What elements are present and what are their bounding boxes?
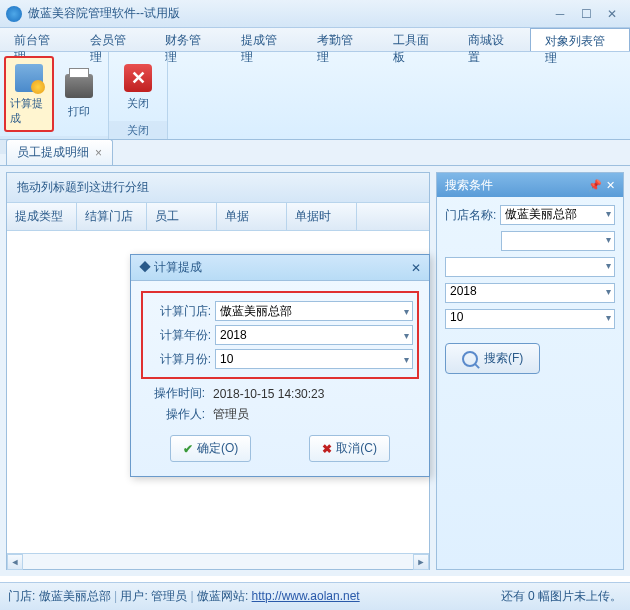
menu-attendance[interactable]: 考勤管理 [303, 28, 379, 51]
window-title: 傲蓝美容院管理软件--试用版 [28, 5, 546, 22]
col-doctime[interactable]: 单据时 [287, 203, 357, 230]
status-store: 傲蓝美丽总部 [39, 589, 111, 603]
panel-close-icon[interactable]: ✕ [606, 179, 615, 192]
menubar: 前台管理 会员管理 财务管理 提成管理 考勤管理 工具面板 商城设置 对象列表管… [0, 28, 630, 52]
menu-finance[interactable]: 财务管理 [151, 28, 227, 51]
search-panel-title: 搜索条件 [445, 177, 493, 194]
statusbar: 门店: 傲蓝美丽总部 | 用户: 管理员 | 傲蓝网站: http://www.… [0, 582, 630, 610]
search-field2-combo[interactable] [501, 231, 615, 251]
search-store-label: 门店名称: [445, 207, 496, 224]
subtab-bar: 员工提成明细 × [0, 140, 630, 166]
dialog-month-label: 计算月份: [147, 351, 211, 368]
dialog-title: 计算提成 [154, 260, 202, 274]
menu-commission[interactable]: 提成管理 [227, 28, 303, 51]
status-site-link[interactable]: http://www.aolan.net [252, 589, 360, 603]
search-store-combo[interactable]: 傲蓝美丽总部 [500, 205, 615, 225]
status-right: 还有 0 幅图片未上传。 [501, 588, 622, 605]
search-field3-combo[interactable] [445, 257, 615, 277]
dialog-close-icon[interactable]: ✕ [411, 261, 421, 275]
menu-member[interactable]: 会员管理 [76, 28, 152, 51]
search-year-combo[interactable]: 2018 [445, 283, 615, 303]
print-button[interactable]: 打印 [54, 56, 104, 132]
dialog-time-label: 操作时间: [141, 385, 205, 402]
dialog-store-combo[interactable]: 傲蓝美丽总部 [215, 301, 413, 321]
menu-frontdesk[interactable]: 前台管理 [0, 28, 76, 51]
dialog-year-label: 计算年份: [147, 327, 211, 344]
printer-icon [63, 70, 95, 102]
maximize-button[interactable]: ☐ [574, 5, 598, 23]
close-button[interactable]: ✕ 关闭 [113, 56, 163, 117]
cancel-icon: ✖ [322, 442, 332, 456]
group-hint[interactable]: 拖动列标题到这进行分组 [7, 173, 429, 203]
search-panel-body: 门店名称: 傲蓝美丽总部 2018 10 搜索(F) [437, 197, 623, 382]
dialog-month-combo[interactable]: 10 [215, 349, 413, 369]
dialog-operator-label: 操作人: [141, 406, 205, 423]
col-doc[interactable]: 单据 [217, 203, 287, 230]
close-window-button[interactable]: ✕ [600, 5, 624, 23]
minimize-button[interactable]: ─ [548, 5, 572, 23]
menu-objects[interactable]: 对象列表管理 [530, 28, 630, 51]
ribbon-group-label-close: 关闭 [109, 121, 167, 139]
col-store[interactable]: 结算门店 [77, 203, 147, 230]
dialog-operator-value: 管理员 [209, 406, 419, 423]
col-type[interactable]: 提成类型 [7, 203, 77, 230]
column-headers: 提成类型 结算门店 员工 单据 单据时 [7, 203, 429, 231]
scroll-track[interactable] [23, 554, 413, 569]
dialog-store-label: 计算门店: [147, 303, 211, 320]
calc-commission-button[interactable]: 计算提成 [4, 56, 54, 132]
check-icon: ✔ [183, 442, 193, 456]
ribbon: 计算提成 打印 记录编辑 ✕ 关闭 关闭 [0, 52, 630, 140]
dialog-body: 计算门店: 傲蓝美丽总部 计算年份: 2018 计算月份: 10 操作时间: 2… [131, 281, 429, 476]
scroll-right-icon[interactable]: ► [413, 554, 429, 570]
status-left: 门店: 傲蓝美丽总部 | 用户: 管理员 | 傲蓝网站: http://www.… [8, 588, 360, 605]
col-employee[interactable]: 员工 [147, 203, 217, 230]
app-logo-icon [6, 6, 22, 22]
tab-close-icon[interactable]: × [95, 146, 102, 160]
horizontal-scrollbar[interactable]: ◄ ► [7, 553, 429, 569]
menu-mall[interactable]: 商城设置 [454, 28, 530, 51]
dialog-year-combo[interactable]: 2018 [215, 325, 413, 345]
tab-commission-detail[interactable]: 员工提成明细 × [6, 139, 113, 165]
search-panel-header: 搜索条件 📌 ✕ [437, 173, 623, 197]
close-icon: ✕ [122, 62, 154, 94]
menu-tools[interactable]: 工具面板 [379, 28, 455, 51]
dialog-highlight-box: 计算门店: 傲蓝美丽总部 计算年份: 2018 计算月份: 10 [141, 291, 419, 379]
ribbon-group-edit: 计算提成 打印 记录编辑 [0, 52, 109, 139]
ribbon-group-close: ✕ 关闭 关闭 [109, 52, 168, 139]
pin-icon[interactable]: 📌 [588, 179, 602, 192]
dialog-header[interactable]: ◆ 计算提成 ✕ [131, 255, 429, 281]
titlebar: 傲蓝美容院管理软件--试用版 ─ ☐ ✕ [0, 0, 630, 28]
status-user: 管理员 [151, 589, 187, 603]
search-month-combo[interactable]: 10 [445, 309, 615, 329]
search-panel: 搜索条件 📌 ✕ 门店名称: 傲蓝美丽总部 2018 10 [436, 172, 624, 570]
dialog-cancel-button[interactable]: ✖ 取消(C) [309, 435, 390, 462]
dialog-ok-button[interactable]: ✔ 确定(O) [170, 435, 251, 462]
dialog-time-value: 2018-10-15 14:30:23 [209, 387, 419, 401]
calc-dialog: ◆ 计算提成 ✕ 计算门店: 傲蓝美丽总部 计算年份: 2018 计算月份: 1… [130, 254, 430, 477]
scroll-left-icon[interactable]: ◄ [7, 554, 23, 570]
calculator-icon [13, 62, 45, 94]
search-button[interactable]: 搜索(F) [445, 343, 540, 374]
search-icon [462, 351, 478, 367]
